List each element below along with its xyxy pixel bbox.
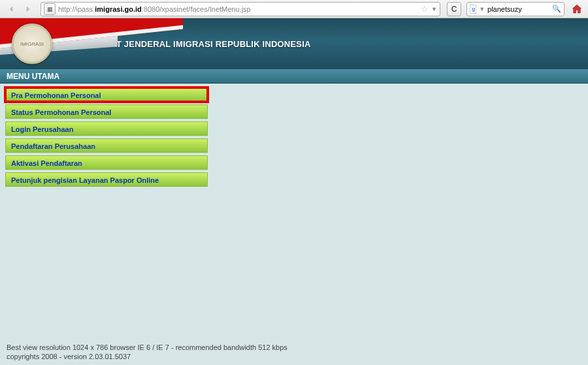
search-bar[interactable]: g ▼ 🔍	[466, 2, 564, 16]
url-bar[interactable]: ▦ http://ipass.imigrasi.go.id:8080/xpasi…	[41, 2, 440, 16]
menu-item-pendaftaran-perusahaan[interactable]: Pendaftaran Perusahaan	[5, 138, 208, 153]
home-icon	[571, 3, 583, 15]
reload-button[interactable]: C	[447, 2, 461, 16]
back-button[interactable]	[4, 2, 18, 16]
menu-bar: MENU UTAMA	[0, 69, 588, 84]
menu-bar-title: MENU UTAMA	[7, 72, 59, 81]
menu-item-status-permohonan[interactable]: Status Permohonan Personal	[5, 104, 208, 119]
history-dropdown-icon[interactable]: ▼	[431, 6, 437, 12]
reload-icon: C	[451, 5, 457, 14]
footer-line-1: Best view resolution 1024 x 786 browser …	[7, 343, 287, 352]
footer-line-2: copyrights 2008 - version 2.03.01.5037	[7, 352, 287, 361]
footer: Best view resolution 1024 x 786 browser …	[7, 343, 287, 361]
forward-button[interactable]	[21, 2, 35, 16]
menu-item-login-perusahaan[interactable]: Login Perusahaan	[5, 121, 208, 136]
menu-item-aktivasi-pendaftaran[interactable]: Aktivasi Pendaftaran	[5, 155, 208, 170]
menu-item-petunjuk-pengisian[interactable]: Petunjuk pengisian Layanan Paspor Online	[5, 172, 208, 187]
page-body: IMIGRASI DIREKTORAT JENDERAL IMIGRASI RE…	[0, 18, 588, 365]
favicon-icon: ▦	[44, 3, 56, 15]
content-area: Pra Permohonan Personal Status Permohona…	[0, 84, 588, 193]
arrow-left-icon	[5, 3, 17, 15]
seal-logo: IMIGRASI	[12, 24, 52, 64]
search-engine-dropdown-icon[interactable]: ▼	[479, 6, 485, 12]
bookmark-star-icon[interactable]: ☆	[421, 4, 429, 14]
home-button[interactable]	[570, 2, 584, 16]
menu-item-pra-permohonan[interactable]: Pra Permohonan Personal	[5, 87, 208, 102]
search-input[interactable]	[487, 5, 549, 13]
header-banner: IMIGRASI DIREKTORAT JENDERAL IMIGRASI RE…	[0, 18, 588, 69]
main-menu-list: Pra Permohonan Personal Status Permohona…	[5, 87, 208, 187]
search-engine-icon[interactable]: g	[470, 5, 476, 14]
search-icon[interactable]: 🔍	[552, 5, 561, 13]
browser-toolbar: ▦ http://ipass.imigrasi.go.id:8080/xpasi…	[0, 0, 588, 18]
arrow-right-icon	[22, 3, 34, 15]
url-text: http://ipass.imigrasi.go.id:8080/xpasine…	[58, 5, 418, 13]
